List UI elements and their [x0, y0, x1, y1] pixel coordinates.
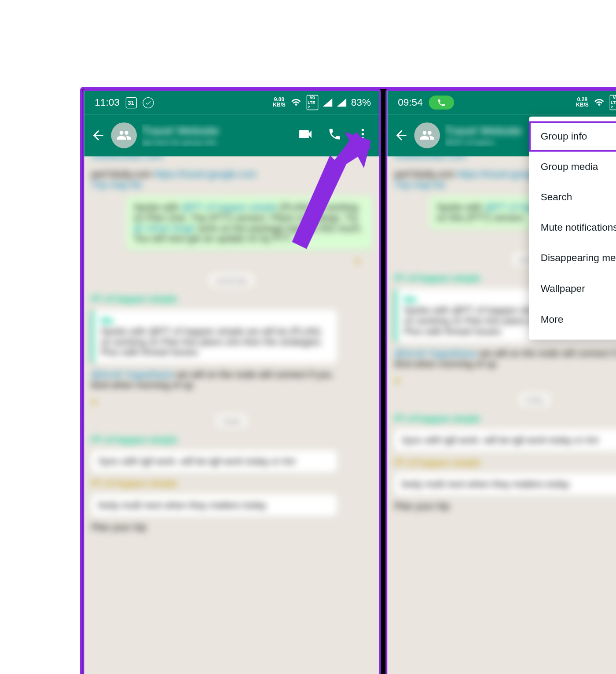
- voice-call-button[interactable]: [328, 127, 342, 143]
- menu-item-more[interactable]: More▸: [529, 304, 616, 335]
- status-time: 09:54: [398, 96, 423, 108]
- battery-percent: 83%: [351, 96, 371, 108]
- signal-icon-2: [337, 98, 346, 107]
- svg-point-1: [362, 133, 364, 135]
- phone-left: 11:03 31 9.00KB/S VoLTE 2 83%: [82, 89, 381, 674]
- message-out[interactable]: Spoke with @PT of happen simple (PLAN) o…: [126, 196, 372, 250]
- message-in[interactable]: lively multi next when they matters toda…: [394, 473, 616, 495]
- group-avatar[interactable]: [111, 122, 137, 148]
- menu-item-wallpaper[interactable]: Wallpaper: [529, 273, 616, 304]
- chat-title-area[interactable]: Travel Website tap here for group info: [142, 124, 293, 147]
- menu-item-search[interactable]: Search: [529, 182, 616, 212]
- group-avatar[interactable]: [414, 122, 440, 148]
- data-speed: 9.00KB/S: [273, 97, 286, 107]
- data-speed: 0.28KB/S: [576, 97, 589, 107]
- back-button[interactable]: [90, 128, 106, 143]
- more-options-button[interactable]: [356, 127, 370, 143]
- lte-badge: VoLTE 2: [307, 95, 319, 110]
- date-chip: yesterday: [209, 273, 254, 287]
- message-in-quoted[interactable]: Me Spoke with @PT of happen simple we wi…: [91, 309, 337, 363]
- lte-badge: VoLTE 2: [610, 95, 616, 110]
- chat-header: Travel Website tap here for group info: [84, 114, 379, 156]
- signal-icon-1: [323, 98, 332, 107]
- menu-item-group-media[interactable]: Group media: [529, 151, 616, 182]
- check-circle-icon: [143, 97, 154, 108]
- chat-subtitle: tap here for group info: [142, 137, 293, 146]
- message-in[interactable]: Sync with tgll work. will be tgll work t…: [91, 450, 337, 472]
- chat-body[interactable]: meetbootian.com perf-blully.com https://…: [84, 156, 379, 674]
- date-chip: today: [520, 393, 550, 406]
- status-time: 11:03: [95, 96, 120, 108]
- svg-point-0: [362, 129, 364, 131]
- video-call-button[interactable]: [297, 126, 313, 145]
- overflow-menu: Group info Group media Search Mute notif…: [529, 116, 616, 339]
- calendar-icon: 31: [125, 97, 136, 108]
- phone-right: 09:54 0.28KB/S VoLTE 2 78%: [385, 89, 616, 674]
- svg-point-2: [362, 137, 364, 139]
- active-call-pill[interactable]: [429, 95, 454, 109]
- wifi-icon: [290, 98, 302, 107]
- status-bar: 11:03 31 9.00KB/S VoLTE 2 83%: [84, 91, 379, 114]
- message-in[interactable]: Sync with tgll work. will be tgll work t…: [394, 429, 616, 452]
- menu-item-disappearing[interactable]: Disappearing messages: [529, 243, 616, 273]
- status-bar: 09:54 0.28KB/S VoLTE 2 78%: [387, 91, 616, 114]
- message-in[interactable]: lively multi next when they matters toda…: [91, 494, 337, 516]
- chat-title: Travel Website: [142, 124, 293, 138]
- menu-item-mute[interactable]: Mute notifications: [529, 212, 616, 243]
- menu-item-group-info[interactable]: Group info: [529, 121, 616, 151]
- date-chip: today: [216, 414, 247, 427]
- back-button[interactable]: [393, 128, 410, 143]
- wifi-icon: [593, 98, 605, 107]
